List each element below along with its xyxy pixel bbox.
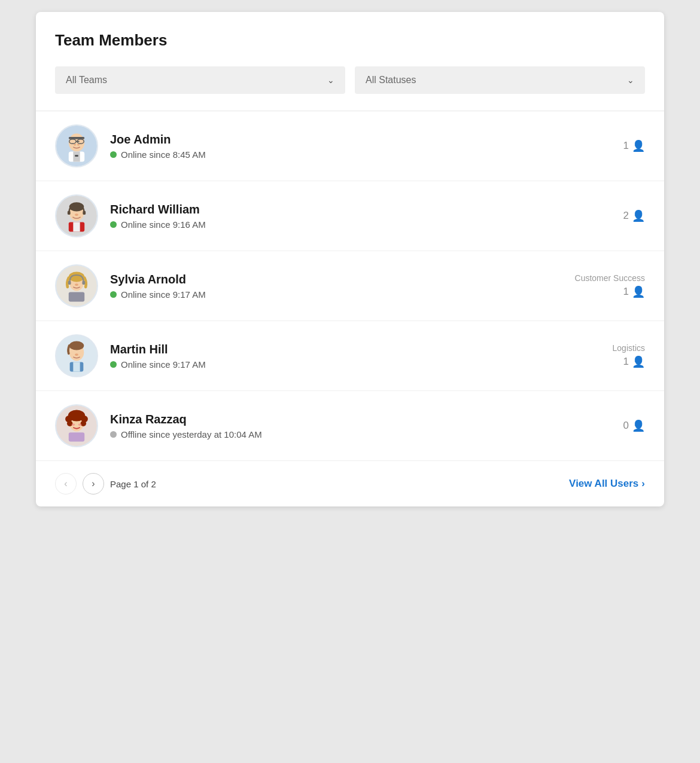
avatar xyxy=(55,404,98,447)
teams-filter-label: All Teams xyxy=(66,75,107,86)
member-row[interactable]: Kinza Razzaq Offline since yesterday at … xyxy=(36,391,664,461)
status-text: Online since 9:17 AM xyxy=(121,359,206,370)
member-count: 1 👤 xyxy=(623,285,645,298)
avatar xyxy=(55,124,98,167)
person-icon: 👤 xyxy=(632,355,645,368)
svg-rect-9 xyxy=(73,151,80,161)
avatar xyxy=(55,264,98,307)
statuses-filter[interactable]: All Statuses ⌄ xyxy=(355,66,645,94)
status-dot xyxy=(110,431,117,438)
teams-filter[interactable]: All Teams ⌄ xyxy=(55,66,345,94)
status-text: Online since 9:17 AM xyxy=(121,289,206,300)
member-count: 0 👤 xyxy=(623,419,645,432)
status-text: Online since 9:16 AM xyxy=(121,219,206,230)
next-page-button[interactable]: › xyxy=(83,473,104,495)
svg-point-37 xyxy=(67,421,72,426)
svg-rect-23 xyxy=(68,281,71,285)
svg-rect-41 xyxy=(69,432,84,441)
member-status: Online since 9:17 AM xyxy=(110,359,613,370)
prev-page-button[interactable]: ‹ xyxy=(55,473,77,495)
statuses-filter-chevron: ⌄ xyxy=(627,75,634,85)
member-team: Customer Success xyxy=(575,273,645,283)
svg-rect-2 xyxy=(69,137,84,139)
member-info: Sylvia Arnold Online since 9:17 AM xyxy=(110,273,575,300)
member-status: Online since 9:16 AM xyxy=(110,219,623,230)
svg-rect-16 xyxy=(73,222,80,231)
member-meta: Customer Success 1 👤 xyxy=(575,273,645,298)
page-info: Page 1 of 2 xyxy=(110,479,156,489)
teams-filter-chevron: ⌄ xyxy=(327,75,334,85)
next-icon: › xyxy=(92,478,95,489)
member-team: Logistics xyxy=(613,343,645,353)
person-icon: 👤 xyxy=(632,209,645,222)
member-count: 1 👤 xyxy=(623,139,645,152)
footer: ‹ › Page 1 of 2 View All Users › xyxy=(55,461,645,506)
svg-rect-17 xyxy=(68,211,71,215)
member-info: Richard William Online since 9:16 AM xyxy=(110,203,623,230)
svg-rect-10 xyxy=(75,155,78,157)
member-info: Martin Hill Online since 9:17 AM xyxy=(110,343,613,370)
count-value: 1 xyxy=(623,140,629,152)
member-status: Online since 8:45 AM xyxy=(110,149,623,160)
svg-point-22 xyxy=(75,283,78,286)
member-info: Joe Admin Online since 8:45 AM xyxy=(110,133,623,160)
person-icon: 👤 xyxy=(632,139,645,152)
person-icon: 👤 xyxy=(632,419,645,432)
member-name: Joe Admin xyxy=(110,133,623,147)
view-all-chevron: › xyxy=(641,478,645,490)
member-meta: Logistics 1 👤 xyxy=(613,343,645,368)
status-dot xyxy=(110,221,117,228)
member-name: Richard William xyxy=(110,203,623,216)
count-value: 1 xyxy=(623,286,629,298)
member-count: 2 👤 xyxy=(623,209,645,222)
svg-rect-25 xyxy=(69,292,84,301)
member-meta: 1 👤 xyxy=(623,139,645,152)
view-all-label: View All Users xyxy=(569,478,638,490)
svg-rect-18 xyxy=(83,211,86,215)
team-members-card: Team Members All Teams ⌄ All Statuses ⌄ xyxy=(36,12,664,506)
count-value: 1 xyxy=(623,356,629,368)
view-all-link[interactable]: View All Users › xyxy=(569,478,645,490)
svg-rect-5 xyxy=(76,141,80,142)
member-info: Kinza Razzaq Offline since yesterday at … xyxy=(110,413,623,440)
member-meta: 0 👤 xyxy=(623,419,645,432)
svg-rect-24 xyxy=(82,281,85,285)
member-name: Sylvia Arnold xyxy=(110,273,575,286)
member-meta: 2 👤 xyxy=(623,209,645,222)
svg-point-38 xyxy=(81,421,86,426)
status-text: Offline since yesterday at 10:04 AM xyxy=(121,429,262,440)
status-text: Online since 8:45 AM xyxy=(121,149,206,160)
statuses-filter-label: All Statuses xyxy=(366,75,416,86)
svg-point-6 xyxy=(74,144,76,146)
svg-point-28 xyxy=(69,341,84,350)
person-icon: 👤 xyxy=(632,285,645,298)
status-dot xyxy=(110,361,117,368)
count-value: 2 xyxy=(623,210,629,222)
avatar xyxy=(55,334,98,377)
prev-icon: ‹ xyxy=(64,478,67,489)
svg-point-29 xyxy=(75,353,78,356)
page-title: Team Members xyxy=(55,31,645,50)
member-row[interactable]: Joe Admin Online since 8:45 AM 1 👤 xyxy=(36,111,664,181)
member-row[interactable]: Sylvia Arnold Online since 9:17 AM Custo… xyxy=(36,251,664,321)
member-count: 1 👤 xyxy=(623,355,645,368)
pagination: ‹ › Page 1 of 2 xyxy=(55,473,156,495)
svg-point-39 xyxy=(72,423,75,426)
svg-point-1 xyxy=(69,133,84,151)
filters-row: All Teams ⌄ All Statuses ⌄ xyxy=(55,66,645,94)
svg-point-7 xyxy=(77,144,80,146)
status-dot xyxy=(110,151,117,158)
member-name: Kinza Razzaq xyxy=(110,413,623,426)
svg-point-14 xyxy=(75,213,78,216)
members-list: Joe Admin Online since 8:45 AM 1 👤 xyxy=(36,111,664,461)
svg-point-40 xyxy=(78,423,82,426)
member-status: Online since 9:17 AM xyxy=(110,289,575,300)
member-row[interactable]: Martin Hill Online since 9:17 AM Logisti… xyxy=(36,321,664,391)
count-value: 0 xyxy=(623,420,629,432)
member-row[interactable]: Richard William Online since 9:16 AM 2 👤 xyxy=(36,181,664,251)
member-name: Martin Hill xyxy=(110,343,613,356)
member-status: Offline since yesterday at 10:04 AM xyxy=(110,429,623,440)
svg-rect-31 xyxy=(73,362,80,371)
status-dot xyxy=(110,291,117,298)
avatar xyxy=(55,194,98,237)
